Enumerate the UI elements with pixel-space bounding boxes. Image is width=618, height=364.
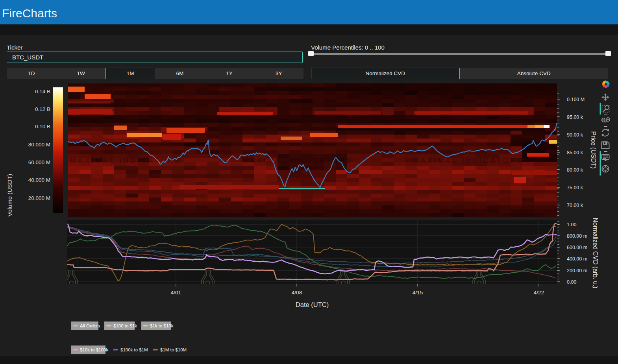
svg-text:Volume (USDT): Volume (USDT) — [6, 174, 13, 217]
svg-text:Date (UTC): Date (UTC) — [296, 301, 329, 308]
svg-text:$1k to $10k: $1k to $10k — [150, 323, 174, 328]
svg-text:Price (USDT): Price (USDT) — [590, 131, 597, 168]
svg-text:$100 to $1k: $100 to $1k — [113, 323, 137, 328]
svg-text:$10k to $100k: $10k to $100k — [80, 347, 109, 352]
svg-text:200.00 m: 200.00 m — [567, 268, 587, 273]
svg-text:0.10 B: 0.10 B — [35, 124, 50, 129]
svg-text:$100k to $1M: $100k to $1M — [120, 347, 148, 352]
svg-text:600.00 m: 600.00 m — [567, 245, 587, 250]
svg-text:95.00 k: 95.00 k — [567, 115, 583, 120]
svg-text:75.00 k: 75.00 k — [567, 185, 583, 190]
svg-text:$1M to $10M: $1M to $10M — [160, 347, 187, 352]
svg-text:MAXIMAL INDICATORS: MAXIMAL INDICATORS — [70, 156, 181, 164]
svg-text:4/22: 4/22 — [534, 290, 544, 296]
svg-text:1.00: 1.00 — [567, 222, 576, 227]
svg-text:0.100 M: 0.100 M — [567, 97, 585, 102]
svg-text:60.000 M: 60.000 M — [28, 159, 50, 165]
svg-text:80.00 k: 80.00 k — [567, 167, 583, 173]
svg-text:4/08: 4/08 — [292, 290, 302, 296]
svg-text:Normalized CVD (arb. u.): Normalized CVD (arb. u.) — [592, 218, 599, 288]
svg-text:400.00 m: 400.00 m — [567, 256, 587, 262]
svg-text:40.000 M: 40.000 M — [28, 177, 50, 183]
svg-text:MAXIMAL INDICATORS: MAXIMAL INDICATORS — [413, 156, 524, 164]
svg-text:4/15: 4/15 — [413, 290, 423, 296]
svg-text:85.00 k: 85.00 k — [567, 150, 583, 155]
svg-text:20.000 M: 20.000 M — [28, 195, 50, 201]
svg-text:All Orders: All Orders — [80, 323, 100, 328]
svg-text:0.00: 0.00 — [567, 279, 576, 285]
svg-text:800.00 m: 800.00 m — [567, 233, 587, 239]
svg-text:0.14 B: 0.14 B — [35, 89, 50, 94]
svg-text:4/01: 4/01 — [171, 290, 181, 296]
svg-text:90.00 k: 90.00 k — [567, 132, 583, 138]
svg-text:0.12 B: 0.12 B — [35, 106, 50, 112]
svg-text:80.000 M: 80.000 M — [28, 142, 50, 148]
svg-text:70.00 k: 70.00 k — [567, 203, 583, 208]
